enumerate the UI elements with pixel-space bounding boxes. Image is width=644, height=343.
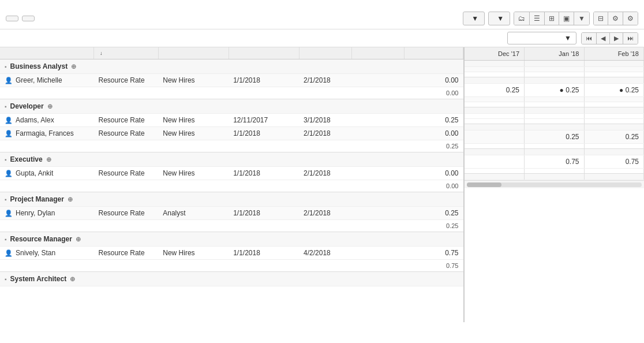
- start-date-cell: 1/1/2018: [229, 247, 299, 260]
- nav-first-button[interactable]: ⏮: [582, 33, 597, 44]
- scrollbar-area[interactable]: [465, 180, 644, 188]
- add-member-icon[interactable]: ⊕: [71, 63, 76, 70]
- subtotal-value: 0.25: [405, 140, 463, 152]
- group-name: System Architect: [10, 275, 67, 283]
- subtotal-value: 0.75: [405, 260, 463, 272]
- end-date-cell: 2/1/2018: [299, 167, 351, 180]
- add-role-button[interactable]: [6, 16, 18, 21]
- add-member-icon[interactable]: ⊕: [70, 275, 75, 283]
- table-row-right: 0.25 0.25: [465, 131, 644, 144]
- start-date-cell: 12/11/2017: [229, 114, 299, 127]
- feb-cell: [584, 114, 644, 119]
- add-resource-button[interactable]: [22, 16, 35, 21]
- add-member-icon[interactable]: ⊕: [47, 103, 53, 110]
- nav-prev-button[interactable]: ◀: [597, 33, 610, 44]
- group-name: Developer: [10, 102, 44, 110]
- end-date-cell: 2/1/2018: [299, 127, 351, 140]
- group-collapse-icon[interactable]: ▪: [5, 103, 7, 110]
- single-col-view-button[interactable]: ▣: [559, 12, 574, 25]
- person-icon: 👤: [5, 170, 13, 177]
- bill-rate-cell: Resource Rate: [94, 74, 159, 87]
- group-collapse-icon[interactable]: ▪: [5, 236, 7, 243]
- table-row: 👤Adams, Alex Resource Rate New Hires 12/…: [0, 114, 463, 127]
- group-collapse-icon[interactable]: ▪: [5, 276, 7, 282]
- headcount-label-cell: [351, 114, 404, 127]
- add-member-icon[interactable]: ⊕: [68, 196, 73, 203]
- interval-select[interactable]: ▼: [507, 32, 576, 44]
- feb-cell: [584, 97, 644, 102]
- jan-cell: [525, 67, 585, 72]
- view-more-button[interactable]: ▼: [574, 12, 589, 25]
- feb-cell: ● 0.25: [584, 84, 644, 97]
- subtotal-row-right: [465, 72, 644, 77]
- columns-view-button[interactable]: ⊞: [545, 12, 559, 25]
- group-row-right: [465, 61, 644, 67]
- group-row-right: [465, 124, 644, 131]
- subtotal-row-right: [465, 144, 644, 149]
- internal-rate-cell: New Hires: [158, 127, 229, 140]
- gear-button[interactable]: ⚙: [623, 12, 638, 25]
- jan-cell: 0.25: [525, 131, 585, 144]
- headcount-cell: 0.00: [405, 127, 463, 140]
- folder-view-button[interactable]: 🗂: [514, 12, 530, 25]
- end-date-cell: 2/1/2018: [299, 207, 351, 220]
- actions-button[interactable]: ▼: [463, 12, 485, 25]
- left-panel: ↓ ▪ Business Analyst ⊕ 👤Greer, Michelle …: [0, 47, 465, 322]
- group-name: Project Manager: [10, 195, 64, 203]
- list-view-button[interactable]: ☰: [530, 12, 545, 25]
- group-collapse-icon[interactable]: ▪: [5, 156, 7, 163]
- person-name: Snively, Stan: [16, 249, 55, 257]
- col-header-headcount: [405, 47, 463, 59]
- grid-display-button[interactable]: ⊟: [594, 12, 608, 25]
- bill-rate-cell: Resource Rate: [94, 114, 159, 127]
- roles-filter-button[interactable]: ▼: [488, 12, 510, 25]
- headcount-label-cell: [351, 167, 404, 180]
- dec-cell: [465, 114, 525, 119]
- subtotal-row: 0.25: [0, 220, 463, 232]
- bill-rate-cell: Resource Rate: [94, 167, 159, 180]
- col-header-startdate: [299, 47, 351, 59]
- group-row: ▪ Developer ⊕: [0, 99, 463, 114]
- group-row-right: [465, 107, 644, 114]
- group-collapse-icon[interactable]: ▪: [5, 64, 7, 70]
- toolbar: ▼ ▼ 🗂 ☰ ⊞ ▣ ▼ ⊟ ⚙ ⚙: [0, 8, 644, 29]
- start-date-cell: 1/1/2018: [229, 74, 299, 87]
- table-row: 👤Henry, Dylan Resource Rate Analyst 1/1/…: [0, 207, 463, 220]
- subtotal-row: 0.00: [0, 180, 463, 192]
- settings-display-button[interactable]: ⚙: [608, 12, 623, 25]
- bill-rate-cell: Resource Rate: [94, 207, 159, 220]
- feb-cell: 0.25: [584, 131, 644, 144]
- nav-next-button[interactable]: ▶: [610, 33, 623, 44]
- main-table-container: ↓ ▪ Business Analyst ⊕ 👤Greer, Michelle …: [0, 47, 644, 322]
- person-icon: 👤: [5, 77, 13, 84]
- roles-filter-dropdown-icon: ▼: [497, 14, 504, 23]
- subtotal-row: 0.75: [0, 260, 463, 272]
- memo-sort-icon: ↓: [100, 50, 103, 56]
- bill-rate-cell: Resource Rate: [94, 127, 159, 140]
- subtotal-row: 0.00: [0, 87, 463, 99]
- group-row: ▪ Executive ⊕: [0, 152, 463, 167]
- dec-cell: [465, 67, 525, 72]
- col-header-period-1: Jan '18: [525, 47, 585, 61]
- group-name: Executive: [10, 155, 43, 163]
- add-member-icon[interactable]: ⊕: [46, 156, 51, 163]
- table-row-right: [465, 67, 644, 72]
- person-icon: 👤: [5, 249, 13, 257]
- interval-dropdown-icon: ▼: [564, 34, 571, 42]
- right-table: Dec '17Jan '18Feb '18 0.25 ● 0.25 ● 0.25…: [465, 47, 644, 180]
- col-header-memo[interactable]: ↓: [94, 47, 159, 59]
- scrollbar-thumb[interactable]: [467, 182, 501, 187]
- col-header-period-0: Dec '17: [465, 47, 525, 61]
- add-member-icon[interactable]: ⊕: [76, 236, 81, 243]
- headcount-label-cell: [351, 247, 404, 260]
- dec-cell: [465, 131, 525, 144]
- actions-dropdown-icon: ▼: [471, 14, 478, 23]
- jan-cell: ● 0.25: [525, 84, 585, 97]
- nav-last-button[interactable]: ⏭: [623, 33, 638, 44]
- group-collapse-icon[interactable]: ▪: [5, 196, 7, 203]
- page-title: [0, 0, 644, 8]
- subtotal-value: 0.00: [405, 87, 463, 99]
- table-row-right: [465, 97, 644, 102]
- headcount-cell: 0.75: [405, 247, 463, 260]
- person-name: Adams, Alex: [16, 116, 54, 124]
